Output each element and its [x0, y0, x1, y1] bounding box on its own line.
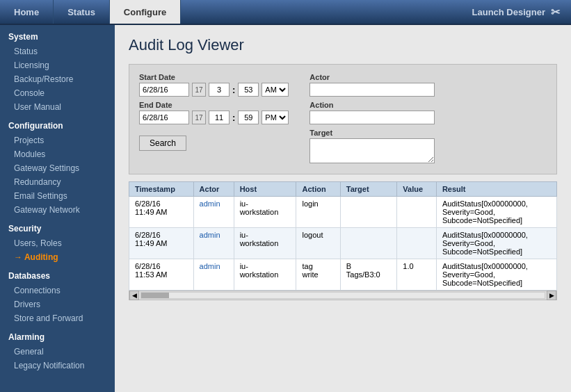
cell-value: 1.0 [397, 259, 437, 291]
filter-dates: Start Date 17 : AM PM En [139, 73, 289, 165]
cell-value [397, 197, 437, 228]
col-value: Value [397, 182, 437, 197]
cell-result: AuditStatus[0x00000000,Severity=Good,Sub… [436, 259, 556, 291]
action-section: Action [309, 101, 547, 124]
end-date-section: End Date 17 : AM PM [139, 101, 289, 124]
end-date-label: End Date [139, 101, 289, 109]
sidebar-item-modules[interactable]: Modules [0, 147, 115, 161]
start-date-section: Start Date 17 : AM PM [139, 73, 289, 97]
cell-timestamp: 6/28/1611:49 AM [129, 228, 194, 259]
end-minute-input[interactable] [238, 111, 259, 124]
target-section: Target [309, 129, 547, 165]
table-container: Timestamp Actor Host Action Target Value… [129, 181, 557, 291]
cell-host: iu-workstation [234, 197, 296, 228]
tab-status[interactable]: Status [54, 0, 110, 24]
cell-timestamp: 6/28/1611:49 AM [129, 197, 194, 228]
col-host: Host [234, 182, 296, 197]
actor-section: Actor [309, 73, 547, 97]
scroll-right-button[interactable]: ▶ [547, 291, 556, 300]
sidebar-section-alarming: Alarming [0, 325, 115, 345]
actor-input[interactable] [309, 83, 435, 97]
sidebar-section-security: Security [0, 217, 115, 236]
sidebar-item-users[interactable]: Users, Roles [0, 236, 115, 250]
cell-actor: admin [193, 197, 234, 228]
nav-spacer [181, 0, 460, 24]
col-actor: Actor [193, 182, 234, 197]
target-input[interactable] [309, 138, 435, 163]
start-date-input[interactable] [139, 83, 189, 97]
sidebar-item-redundancy[interactable]: Redundancy [0, 175, 115, 189]
tab-configure[interactable]: Configure [110, 0, 181, 24]
sidebar-item-storeforward[interactable]: Store and Forward [0, 311, 115, 325]
scroll-left-button[interactable]: ◀ [129, 291, 139, 300]
start-cal-button[interactable]: 17 [192, 83, 206, 97]
sidebar-item-backup[interactable]: Backup/Restore [0, 72, 115, 86]
main-layout: System Status Licensing Backup/Restore C… [0, 25, 571, 392]
sidebar-item-gatewaysettings[interactable]: Gateway Settings [0, 161, 115, 175]
cell-target [340, 228, 397, 259]
cell-result: AuditStatus[0x00000000,Severity=Good,Sub… [436, 228, 556, 259]
sidebar-item-auditing[interactable]: Auditing [0, 250, 115, 264]
start-colon: : [232, 85, 235, 95]
launch-designer-label: Launch Designer [472, 7, 545, 17]
end-date-input[interactable] [139, 111, 189, 124]
cell-target [340, 197, 397, 228]
col-result: Result [436, 182, 556, 197]
search-button-container: Search [139, 133, 289, 151]
sidebar-item-connections[interactable]: Connections [0, 284, 115, 297]
sidebar-item-licensing[interactable]: Licensing [0, 58, 115, 72]
sidebar-item-legacynotif[interactable]: Legacy Notification [0, 359, 115, 373]
cell-target: BTags/B3:0 [340, 259, 397, 291]
scroll-track[interactable] [140, 292, 545, 299]
filter-panel: Start Date 17 : AM PM En [129, 64, 557, 174]
start-minute-input[interactable] [238, 83, 259, 97]
sidebar-item-alarming-general[interactable]: General [0, 345, 115, 359]
start-date-label: Start Date [139, 73, 289, 81]
end-cal-button[interactable]: 17 [192, 111, 206, 124]
cell-actor: admin [193, 259, 234, 291]
cell-result: AuditStatus[0x00000000,Severity=Good,Sub… [436, 197, 556, 228]
cell-action: login [296, 197, 340, 228]
start-date-row: 17 : AM PM [139, 83, 289, 97]
content-area: Audit Log Viewer Start Date 17 : AM PM [115, 25, 571, 392]
table-header-row: Timestamp Actor Host Action Target Value… [129, 182, 557, 197]
audit-table: Timestamp Actor Host Action Target Value… [129, 181, 557, 291]
scroll-thumb [141, 293, 169, 298]
start-ampm-select[interactable]: AM PM [262, 83, 289, 97]
scissor-icon: ✂ [551, 6, 560, 19]
sidebar-item-projects[interactable]: Projects [0, 133, 115, 147]
end-colon: : [232, 113, 235, 123]
end-ampm-select[interactable]: AM PM [262, 111, 289, 124]
sidebar-section-databases: Databases [0, 264, 115, 284]
sidebar-item-status[interactable]: Status [0, 44, 115, 58]
cell-action: logout [296, 228, 340, 259]
sidebar-section-system: System [0, 25, 115, 44]
start-hour-input[interactable] [209, 83, 230, 97]
action-input[interactable] [309, 111, 435, 124]
col-timestamp: Timestamp [129, 182, 194, 197]
table-row: 6/28/1611:53 AM admin iu-workstation tag… [129, 259, 557, 291]
end-date-row: 17 : AM PM [139, 111, 289, 124]
sidebar-item-gatewaynetwork[interactable]: Gateway Network [0, 203, 115, 217]
tab-home[interactable]: Home [0, 0, 54, 24]
sidebar-item-console[interactable]: Console [0, 86, 115, 100]
horizontal-scrollbar[interactable]: ◀ ▶ [129, 291, 557, 300]
end-hour-input[interactable] [209, 111, 230, 124]
launch-designer-button[interactable]: Launch Designer ✂ [461, 0, 571, 24]
table-row: 6/28/1611:49 AM admin iu-workstation log… [129, 228, 557, 259]
cell-actor: admin [193, 228, 234, 259]
search-button[interactable]: Search [139, 136, 186, 151]
sidebar-item-usermanual[interactable]: User Manual [0, 100, 115, 114]
top-nav: Home Status Configure Launch Designer ✂ [0, 0, 571, 25]
col-target: Target [340, 182, 397, 197]
table-row: 6/28/1611:49 AM admin iu-workstation log… [129, 197, 557, 228]
col-action: Action [296, 182, 340, 197]
sidebar: System Status Licensing Backup/Restore C… [0, 25, 115, 392]
sidebar-item-drivers[interactable]: Drivers [0, 297, 115, 311]
cell-host: iu-workstation [234, 228, 296, 259]
actor-label: Actor [309, 73, 547, 81]
sidebar-section-configuration: Configuration [0, 114, 115, 133]
cell-timestamp: 6/28/1611:53 AM [129, 259, 194, 291]
sidebar-item-emailsettings[interactable]: Email Settings [0, 189, 115, 203]
action-label: Action [309, 101, 547, 109]
